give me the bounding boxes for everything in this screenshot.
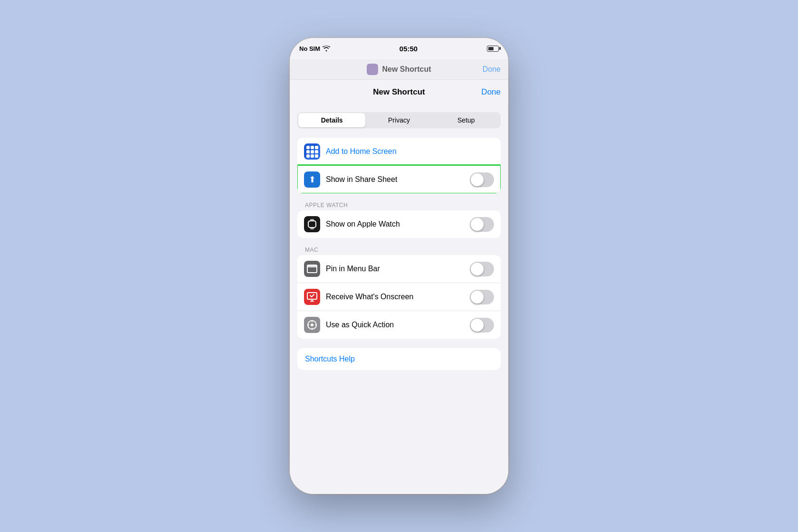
svg-rect-2 xyxy=(310,228,314,229)
receive-onscreen-item[interactable]: Receive What's Onscreen xyxy=(297,283,501,311)
show-on-watch-item[interactable]: Show on Apple Watch xyxy=(297,210,501,238)
nav-title: New Shortcut xyxy=(373,87,425,97)
battery-icon xyxy=(487,46,499,52)
top-items-section: Add to Home Screen ⬆ Show in Share Sheet xyxy=(297,138,501,193)
show-in-share-toggle[interactable] xyxy=(470,172,494,187)
pin-menu-bar-label: Pin in Menu Bar xyxy=(326,265,470,273)
status-right xyxy=(487,46,499,52)
mac-list: Pin in Menu Bar Receive What's Ons xyxy=(297,255,501,339)
apple-watch-section-label: APPLE WATCH xyxy=(297,198,501,210)
apple-watch-icon xyxy=(304,216,320,232)
pin-menu-bar-toggle[interactable] xyxy=(470,262,494,276)
quick-action-label: Use as Quick Action xyxy=(326,321,470,329)
quick-action-toggle[interactable] xyxy=(470,318,494,332)
status-bar: No SIM 05:50 xyxy=(290,38,508,59)
help-section: Shortcuts Help xyxy=(297,348,501,370)
battery-fill xyxy=(488,47,494,50)
menu-bar-svg xyxy=(307,265,317,273)
tab-privacy[interactable]: Privacy xyxy=(365,113,432,127)
home-screen-icon xyxy=(304,143,320,160)
shortcuts-help-item[interactable]: Shortcuts Help xyxy=(297,348,501,370)
blur-title: New Shortcut xyxy=(367,64,431,75)
blur-done: Done xyxy=(483,65,501,74)
home-dots xyxy=(306,146,318,158)
wifi-icon xyxy=(323,46,330,51)
show-on-watch-toggle[interactable] xyxy=(470,217,494,232)
apple-watch-list: Show on Apple Watch xyxy=(297,210,501,238)
svg-rect-4 xyxy=(307,265,317,267)
quick-action-toggle-knob xyxy=(471,319,484,332)
status-left: No SIM xyxy=(299,45,330,52)
menu-bar-toggle-knob xyxy=(471,263,484,276)
apple-watch-section: APPLE WATCH Show on Apple Watch xyxy=(297,198,501,238)
watch-svg xyxy=(307,219,317,229)
toggle-knob xyxy=(471,173,484,186)
shortcuts-help-label: Shortcuts Help xyxy=(305,355,355,363)
menu-bar-icon xyxy=(304,261,320,277)
show-in-share-label: Show in Share Sheet xyxy=(326,175,470,184)
carrier-label: No SIM xyxy=(299,45,320,52)
nav-bar-blur: New Shortcut Done xyxy=(290,59,508,80)
receive-onscreen-label: Receive What's Onscreen xyxy=(326,293,470,301)
onscreen-icon xyxy=(304,289,320,305)
tab-setup[interactable]: Setup xyxy=(433,113,500,127)
share-sheet-icon: ⬆ xyxy=(304,171,320,188)
onscreen-toggle-knob xyxy=(471,291,484,304)
segmented-control[interactable]: Details Privacy Setup xyxy=(297,112,501,128)
show-in-share-sheet-item[interactable]: ⬆ Show in Share Sheet xyxy=(297,165,501,193)
content-area: Details Privacy Setup xyxy=(290,104,508,494)
nav-bar: New Shortcut Done xyxy=(290,80,508,104)
mac-section: MAC Pin in Menu Bar xyxy=(297,243,501,339)
svg-point-7 xyxy=(311,323,314,326)
pin-menu-bar-item[interactable]: Pin in Menu Bar xyxy=(297,255,501,283)
status-time: 05:50 xyxy=(399,45,418,53)
add-to-home-screen-item[interactable]: Add to Home Screen xyxy=(297,138,501,165)
tab-details[interactable]: Details xyxy=(298,113,365,127)
quick-action-svg xyxy=(307,320,317,330)
shortcut-icon-blur xyxy=(367,64,378,75)
share-arrow-icon: ⬆ xyxy=(309,174,316,185)
watch-toggle-knob xyxy=(471,218,484,231)
quick-action-icon xyxy=(304,317,320,333)
add-to-home-label: Add to Home Screen xyxy=(326,147,494,156)
show-on-watch-label: Show on Apple Watch xyxy=(326,220,470,228)
done-button[interactable]: Done xyxy=(481,87,501,97)
mac-section-label: MAC xyxy=(297,243,501,255)
svg-rect-0 xyxy=(308,221,316,228)
svg-rect-1 xyxy=(310,219,314,221)
receive-onscreen-toggle[interactable] xyxy=(470,290,494,304)
quick-action-item[interactable]: Use as Quick Action xyxy=(297,311,501,339)
onscreen-svg xyxy=(307,292,317,302)
phone-frame: No SIM 05:50 New Shortcut Done New Short… xyxy=(290,38,508,494)
